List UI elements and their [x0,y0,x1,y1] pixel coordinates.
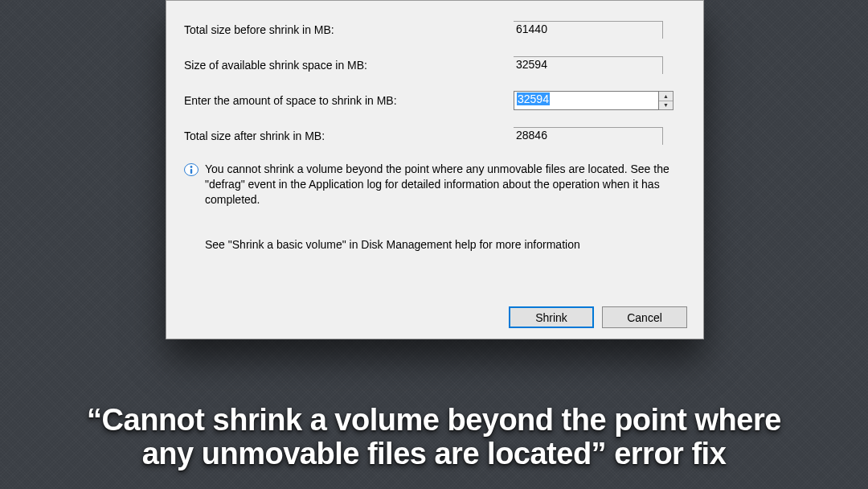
caption-line-2: any unmovable files are located” error f… [0,437,868,471]
label-enter-amount: Enter the amount of space to shrink in M… [184,94,514,107]
video-caption: “Cannot shrink a volume beyond the point… [0,403,868,471]
dialog-buttons: Shrink Cancel [509,306,687,328]
spinner-up-button[interactable]: ▲ [659,92,673,101]
label-total-before: Total size before shrink in MB: [184,23,514,36]
shrink-amount-input-wrap: 32594 ▲ ▼ [514,91,674,110]
row-available: Size of available shrink space in MB: 32… [184,55,689,75]
see-also-text: See "Shrink a basic volume" in Disk Mana… [205,238,689,251]
shrink-amount-input[interactable]: 32594 [514,91,659,110]
info-text: You cannot shrink a volume beyond the po… [205,162,689,208]
shrink-button[interactable]: Shrink [509,306,594,328]
shrink-volume-dialog: Total size before shrink in MB: 61440 Si… [166,0,704,339]
cancel-button[interactable]: Cancel [602,306,687,328]
row-total-after: Total size after shrink in MB: 28846 [184,126,689,146]
shrink-amount-spinner: ▲ ▼ [659,91,674,110]
label-total-after: Total size after shrink in MB: [184,129,514,142]
field-total-before: 61440 [514,21,663,39]
row-total-before: Total size before shrink in MB: 61440 [184,20,689,39]
row-enter-amount: Enter the amount of space to shrink in M… [184,91,689,110]
info-section: You cannot shrink a volume beyond the po… [184,162,689,208]
field-available: 32594 [514,56,663,74]
svg-point-1 [190,166,193,168]
spinner-down-button[interactable]: ▼ [659,101,673,110]
svg-rect-2 [190,169,192,174]
field-total-after: 28846 [514,127,663,145]
label-available: Size of available shrink space in MB: [184,59,514,72]
info-icon [184,162,199,177]
caption-line-1: “Cannot shrink a volume beyond the point… [0,403,868,438]
